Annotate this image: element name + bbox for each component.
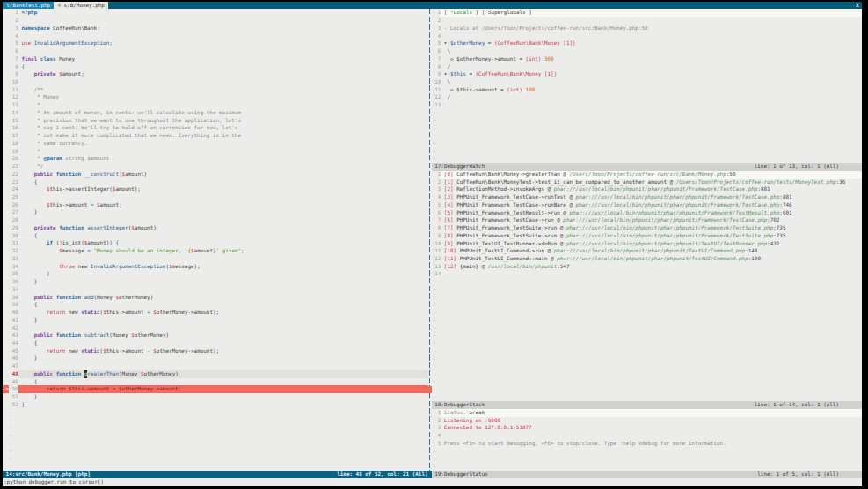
tab-banktest[interactable]: t/BankTest.php (3, 2, 54, 10)
stack-frame-line[interactable]: 14 (432, 270, 862, 278)
code-line[interactable]: 2 (3, 17, 428, 25)
code-line[interactable]: 15 * precision that we want to use throu… (3, 117, 428, 125)
code-line[interactable]: 28 (3, 216, 428, 224)
code-line[interactable]: 25 (3, 193, 428, 201)
code-line[interactable]: 38 public function add(Money $otherMoney… (3, 294, 428, 302)
code-line[interactable]: 39 { (3, 301, 428, 309)
code-line[interactable]: 14 * An amount of money, in cents: we'll… (3, 109, 428, 117)
token: } (21, 208, 37, 215)
stack-frame-line[interactable]: 2 [1] CoffeeRun\Bank\MoneyTest->test_it_… (432, 179, 862, 186)
code-line[interactable]: 13 * (3, 101, 428, 109)
watch-line[interactable]: 9 ▾ $this = (CoffeeRun\Bank\Money [1]) (432, 70, 862, 78)
main-statusline[interactable]: 14:src/Bank/Money.php [php] line: 48 of … (3, 471, 432, 478)
code-line[interactable]: 45 return new static($this->amount - $ot… (3, 347, 428, 355)
code-line[interactable]: 41 } (3, 317, 428, 325)
code-line[interactable]: 9 private $amount; (3, 70, 428, 78)
code-line[interactable]: 1 <?php (3, 9, 428, 17)
code-line[interactable]: 18 * same currency. (3, 140, 428, 148)
stack-frame-line[interactable]: 6 [5] PHPUnit_Framework_TestResult->run … (432, 209, 862, 217)
code-line[interactable]: 30 { (3, 232, 428, 240)
code-line[interactable]: 23 { (3, 179, 428, 186)
code-line[interactable]: 4 (3, 33, 428, 40)
tab-close-button[interactable]: X (852, 2, 862, 10)
code-line[interactable]: 31 if (!is_int($amount)) { (3, 239, 428, 247)
code-line[interactable]: 44 { (3, 339, 428, 347)
code-line[interactable]: 6 (3, 47, 428, 55)
code-line[interactable]: 11 /** (3, 86, 428, 94)
code-line[interactable]: 8 { (3, 63, 428, 71)
code-line[interactable]: 7 final class Money (3, 55, 428, 63)
debugger-watch-window[interactable]: 1 [ *Locals ] [ Superglobals ]2 3 - Loca… (432, 9, 862, 163)
watch-line[interactable]: 8 / (432, 63, 862, 71)
status-line[interactable]: 3 Connected to 127.0.0.1:51877 (432, 424, 862, 432)
watch-line[interactable]: 4 (432, 33, 862, 40)
code-line[interactable]: 52 } (3, 401, 428, 409)
stack-frame-line[interactable]: 12 [11] PHPUnit_TextUI_Command::main @ p… (432, 255, 862, 263)
code-line[interactable]: 10 (3, 78, 428, 86)
stack-frame-line[interactable]: 4 [3] PHPUnit_Framework_TestCase->runTes… (432, 193, 862, 201)
code-line[interactable]: 46 } (3, 354, 428, 362)
code-line[interactable]: 26 $this->amount = $amount; (3, 201, 428, 209)
command-line[interactable]: :python debugger.run_to_cursor() (3, 478, 862, 486)
code-line[interactable]: 40 return new static($this->amount + $ot… (3, 309, 428, 317)
code-line[interactable]: 42 (3, 325, 428, 332)
code-line[interactable]: 49 { (3, 378, 428, 386)
code-line[interactable]: 20 * @param string $amount (3, 155, 428, 163)
watch-line[interactable]: 12 / (432, 93, 862, 101)
watch-statusbar[interactable]: 17:DebuggerWatch line: 1 of 13, col: 1 (… (432, 163, 862, 171)
code-line[interactable]: 33 (3, 255, 428, 263)
stack-frame-line[interactable]: 7 [6] PHPUnit_Framework_TestCase->run @ … (432, 216, 862, 224)
status-line[interactable]: 1 Status: break (432, 409, 862, 417)
code-line[interactable]: 3 namespace CoffeeRun\Bank; (3, 25, 428, 33)
code-line[interactable]: 22 public function __construct($amount) (3, 171, 428, 179)
stack-frame-line[interactable]: 11 [10] PHPUnit_TextUI_Command->run @ ph… (432, 247, 862, 255)
watch-line[interactable]: 6 \ (432, 47, 862, 55)
code-line[interactable]: 48 public function greaterThan(Money $ot… (3, 370, 428, 378)
status-line[interactable]: 5 Press <F5> to start debugging, <F6> to… (432, 440, 862, 448)
watch-line[interactable]: 3 - Locals at /Users/Toon/Projects/coffe… (432, 25, 862, 33)
stack-statusbar[interactable]: 18:DebuggerStack line: 1 of 14, col: 1 (… (432, 401, 862, 409)
watch-line[interactable]: 5 ▾ $otherMoney = (CoffeeRun\Bank\Money … (432, 40, 862, 47)
stack-frame-line[interactable]: 8 [7] PHPUnit_Framework_TestSuite->run @… (432, 224, 862, 232)
tab-money[interactable]: 4s/B/Money.php (54, 2, 108, 10)
token: * not make it more complicated that we n… (21, 132, 241, 138)
watch-line[interactable]: 10 \ (432, 78, 862, 86)
code-line[interactable]: 27 } (3, 208, 428, 216)
stack-frame-line[interactable]: 1 [0] CoffeeRun\Bank\Money->greaterThan … (432, 171, 862, 179)
stack-frame-line[interactable]: 13 [12] {main} @ /usr/local/bin/phpunit:… (432, 263, 862, 271)
watch-line[interactable]: 13 (432, 101, 862, 109)
watch-line[interactable]: 1 [ *Locals ] [ Superglobals ] (432, 9, 862, 17)
code-line[interactable]: 29 private function assertInteger($amoun… (3, 224, 428, 232)
code-line[interactable]: 17 * not make it more complicated that w… (3, 132, 428, 140)
code-line[interactable]: ->50 return $this->amount > $otherMoney-… (3, 385, 428, 393)
stack-frame-line[interactable]: 10 [9] PHPUnit_TextUI_TestRunner->doRun … (432, 240, 862, 248)
code-line[interactable]: 12 * Money (3, 93, 428, 101)
status-statusbar[interactable]: 19:DebuggerStatus line: 1 of 5, col: 1 (… (432, 471, 862, 478)
code-line[interactable]: 51 } (3, 393, 428, 401)
code-line[interactable]: 36 } (3, 278, 428, 286)
watch-line[interactable]: 7 ◇ $otherMoney->amount = (int) 300 (432, 55, 862, 63)
debugger-status-window[interactable]: 1 Status: break2 Listening on :90003 Con… (432, 409, 862, 471)
stack-frame-line[interactable]: 5 [4] PHPUnit_Framework_TestCase->runBar… (432, 201, 862, 209)
code-line[interactable]: 5 use InvalidArgumentException; (3, 40, 428, 47)
code-line[interactable]: 24 $this->assertInteger($amount); (3, 186, 428, 193)
watch-line[interactable]: 11 ◇ $this->amount = (int) 100 (432, 86, 862, 94)
code-line[interactable]: 37 (3, 286, 428, 294)
stack-frame-line[interactable]: 9 [8] PHPUnit_Framework_TestSuite->run @… (432, 232, 862, 240)
token: $this (450, 70, 466, 77)
stack-frame-line[interactable]: 3 [2] ReflectionMethod->invokeArgs @ pha… (432, 186, 862, 193)
code-editor-window[interactable]: 1 <?php2 3 namespace CoffeeRun\Bank;4 5 … (3, 9, 428, 470)
code-line[interactable]: 16 * say 1 cent. We'll try to hold off o… (3, 124, 428, 132)
code-line[interactable]: 19 * (3, 148, 428, 156)
line-number: 6 (432, 47, 441, 55)
status-line[interactable]: 4 (432, 432, 862, 440)
code-line[interactable]: 35 } (3, 270, 428, 278)
code-line[interactable]: 21 */ (3, 163, 428, 171)
code-line[interactable]: 43 public function subtract(Money $other… (3, 332, 428, 339)
code-line[interactable]: 32 $message = "Money should be an intege… (3, 247, 428, 255)
debugger-stack-window[interactable]: 1 [0] CoffeeRun\Bank\Money->greaterThan … (432, 171, 862, 401)
watch-line[interactable]: 2 (432, 17, 862, 25)
code-line[interactable]: 47 (3, 362, 428, 370)
code-line[interactable]: 34 throw new InvalidArgumentException($m… (3, 263, 428, 271)
status-line[interactable]: 2 Listening on :9000 (432, 417, 862, 425)
